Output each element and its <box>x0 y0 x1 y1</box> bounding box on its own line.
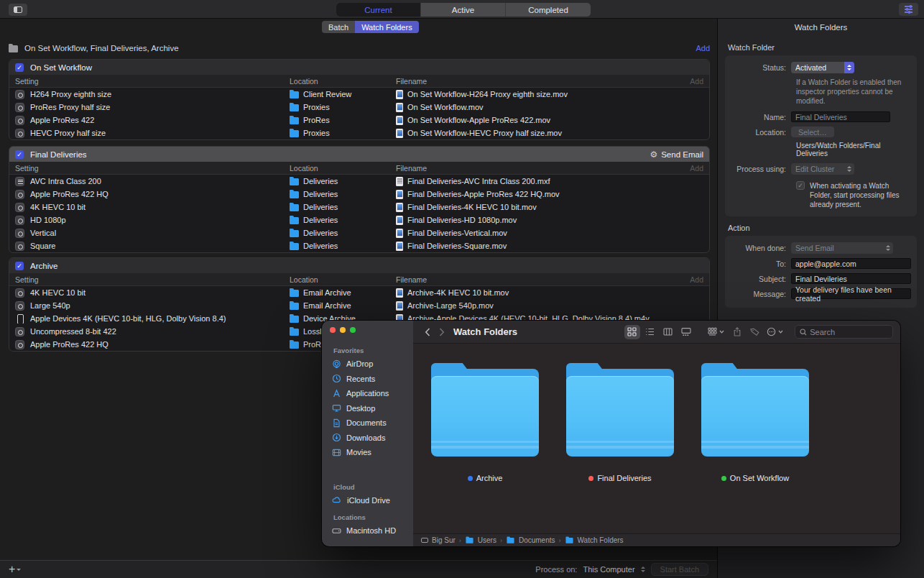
folder-icon <box>507 538 514 543</box>
setting-name: HD 1080p <box>30 216 66 224</box>
watch-folder-group-header[interactable]: On Set Workflow, Final Deliveries, Archi… <box>9 42 710 55</box>
sidebar-item-desktop[interactable]: Desktop <box>322 401 413 416</box>
grid-view-icon <box>627 327 637 336</box>
add-batch-button[interactable]: + <box>9 564 21 574</box>
path-item[interactable]: Big Sur <box>432 536 456 544</box>
sidebar-item-downloads[interactable]: Downloads <box>322 431 413 446</box>
folder-final-deliveries[interactable]: Final Deliveries <box>566 363 674 482</box>
sidebar-toggle-icon <box>14 6 22 13</box>
section-header-selected[interactable]: Final Deliveries ⚙ Send Email <box>9 147 709 162</box>
sidebar-item-label: Recents <box>346 375 375 383</box>
sidebar-item-documents[interactable]: Documents <box>322 416 413 431</box>
group-by-icon <box>708 327 717 336</box>
tag-button[interactable] <box>747 325 763 339</box>
start-batch-button[interactable]: Start Batch <box>651 563 708 576</box>
table-row[interactable]: HEVC Proxy half size Proxies On Set Work… <box>9 127 709 139</box>
table-row[interactable]: HD 1080p Deliveries Final Deliveries-HD … <box>9 214 709 226</box>
table-row[interactable]: Square Deliveries Final Deliveries-Squar… <box>9 239 709 252</box>
send-email-action-button[interactable]: ⚙ Send Email <box>650 150 703 159</box>
compressor-setting-icon <box>15 129 24 138</box>
sidebar-toggle-button[interactable] <box>9 4 27 16</box>
table-row[interactable]: Vertical Deliveries Final Deliveries-Ver… <box>9 226 709 239</box>
sidebar-item-movies[interactable]: Movies <box>322 445 413 460</box>
table-row[interactable]: 4K HEVC 10 bit Deliveries Final Deliveri… <box>9 201 709 214</box>
tab-completed[interactable]: Completed <box>506 3 591 17</box>
desktop-icon <box>332 403 341 413</box>
section-header[interactable]: Archive <box>9 258 709 273</box>
sidebar-item-airdrop[interactable]: AirDrop <box>322 357 413 372</box>
tab-current[interactable]: Current <box>336 3 421 17</box>
column-filename: Filename <box>396 77 690 86</box>
filename: On Set Workflow-HEVC Proxy half size.mov <box>407 129 562 137</box>
forward-button[interactable] <box>435 328 449 336</box>
to-field[interactable]: apple@apple.com <box>791 258 911 269</box>
folder-archive[interactable]: Archive <box>431 363 539 482</box>
batch-footer: + Process on: This Computer Start Batch <box>0 560 717 578</box>
table-row[interactable]: 4K HEVC 10 bit Email Archive Archive-4K … <box>9 286 709 299</box>
back-button[interactable] <box>420 328 435 336</box>
folder-on-set-workflow[interactable]: On Set Workflow <box>701 363 809 482</box>
list-view-icon <box>645 327 655 336</box>
share-button[interactable] <box>729 325 745 339</box>
status-popup[interactable]: Activated <box>791 62 854 73</box>
view-grid-button[interactable] <box>624 325 641 339</box>
table-row[interactable]: Apple ProRes 422 HQ Deliveries Final Del… <box>9 188 709 201</box>
setting-name: Apple ProRes 422 HQ <box>30 190 108 198</box>
add-setting-button[interactable]: Add <box>690 275 709 284</box>
message-field[interactable]: Your delivery files have been created <box>791 288 911 299</box>
add-watch-folder-button[interactable]: Add <box>696 44 710 52</box>
process-on-value[interactable]: This Computer <box>583 565 634 574</box>
compressor-setting-icon <box>15 203 24 212</box>
view-list-button[interactable] <box>642 325 658 339</box>
share-icon <box>733 327 741 336</box>
close-button[interactable] <box>330 327 336 333</box>
select-location-button[interactable]: Select… <box>791 127 834 137</box>
group-by-button[interactable] <box>705 325 727 339</box>
search-field[interactable]: Search <box>795 325 893 339</box>
applications-icon <box>332 389 341 398</box>
path-item[interactable]: Documents <box>519 536 555 544</box>
process-on-stepper[interactable] <box>641 566 645 572</box>
inspector-toggle-button[interactable] <box>899 3 918 16</box>
view-columns-button[interactable] <box>660 325 676 339</box>
path-item[interactable]: Watch Folders <box>578 536 624 544</box>
table-row[interactable]: Apple ProRes 422 ProRes On Set Workflow-… <box>9 114 709 127</box>
enabled-checkbox[interactable] <box>15 150 24 159</box>
finder-main: Watch Folders Search Archi <box>413 321 900 546</box>
enabled-checkbox[interactable] <box>15 63 24 72</box>
activate-checkbox[interactable] <box>796 181 805 190</box>
add-setting-button[interactable]: Add <box>690 164 709 173</box>
more-actions-button[interactable] <box>764 325 785 339</box>
tab-watch-folders[interactable]: Watch Folders <box>355 21 419 33</box>
minimize-button[interactable] <box>340 327 346 333</box>
section-header[interactable]: On Set Workflow <box>9 60 709 75</box>
view-gallery-button[interactable] <box>678 325 694 339</box>
film-icon <box>332 448 341 457</box>
path-item[interactable]: Users <box>478 536 496 544</box>
finder-toolbar: Watch Folders Search <box>413 321 900 344</box>
zoom-button[interactable] <box>350 327 356 333</box>
table-row[interactable]: Large 540p Email Archive Archive-Large 5… <box>9 299 709 312</box>
sidebar-item-icloud-drive[interactable]: iCloud Drive <box>322 493 413 508</box>
airdrop-icon <box>332 359 341 369</box>
process-using-popup[interactable]: Edit Cluster <box>791 163 854 175</box>
enabled-checkbox[interactable] <box>15 262 24 270</box>
tab-active[interactable]: Active <box>421 3 506 17</box>
sidebar-item-label: AirDrop <box>346 359 373 368</box>
name-field[interactable]: Final Deliveries <box>791 111 890 122</box>
subject-value: Final Devileries <box>795 275 847 283</box>
tab-batch[interactable]: Batch <box>322 21 355 33</box>
ellipsis-circle-icon <box>767 327 776 336</box>
table-row[interactable]: H264 Proxy eighth size Client Review On … <box>9 88 709 101</box>
sidebar-item-macintosh-hd[interactable]: Macintosh HD <box>322 523 413 538</box>
sidebar-item-label: iCloud Drive <box>347 496 390 505</box>
sidebar-item-label: Macintosh HD <box>346 526 396 535</box>
when-done-popup[interactable]: Send Email <box>791 242 893 254</box>
table-row[interactable]: AVC Intra Class 200 Deliveries Final Del… <box>9 175 709 188</box>
table-row[interactable]: ProRes Proxy half size Proxies On Set Wo… <box>9 101 709 114</box>
add-setting-button[interactable]: Add <box>690 77 709 86</box>
sidebar-item-applications[interactable]: Applications <box>322 386 413 401</box>
subject-field[interactable]: Final Devileries <box>791 273 911 284</box>
mxf-file-icon <box>396 177 403 186</box>
sidebar-item-recents[interactable]: Recents <box>322 372 413 387</box>
